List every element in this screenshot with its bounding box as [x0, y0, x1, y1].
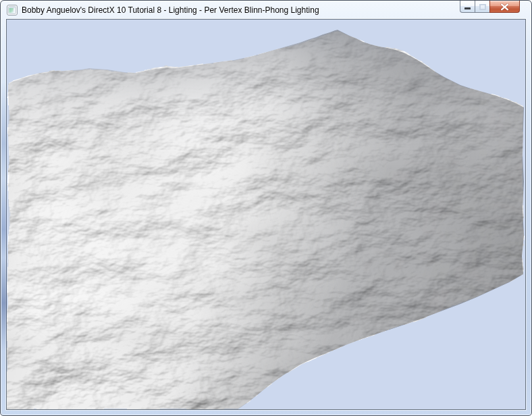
caption-buttons — [460, 1, 520, 13]
titlebar[interactable]: Bobby Anguelov's DirectX 10 Tutorial 8 -… — [1, 1, 531, 19]
screenshot-stage: Bobby Anguelov's DirectX 10 Tutorial 8 -… — [0, 0, 532, 416]
render-viewport[interactable] — [6, 19, 526, 410]
close-button[interactable] — [489, 1, 520, 13]
minimize-icon — [464, 7, 471, 9]
minimize-button[interactable] — [460, 1, 475, 13]
close-icon — [500, 3, 509, 11]
terrain-render — [7, 20, 525, 409]
app-icon — [7, 5, 18, 16]
maximize-icon — [479, 4, 486, 10]
app-window: Bobby Anguelov's DirectX 10 Tutorial 8 -… — [0, 0, 532, 416]
window-title: Bobby Anguelov's DirectX 10 Tutorial 8 -… — [22, 5, 319, 15]
maximize-button[interactable] — [475, 1, 490, 13]
